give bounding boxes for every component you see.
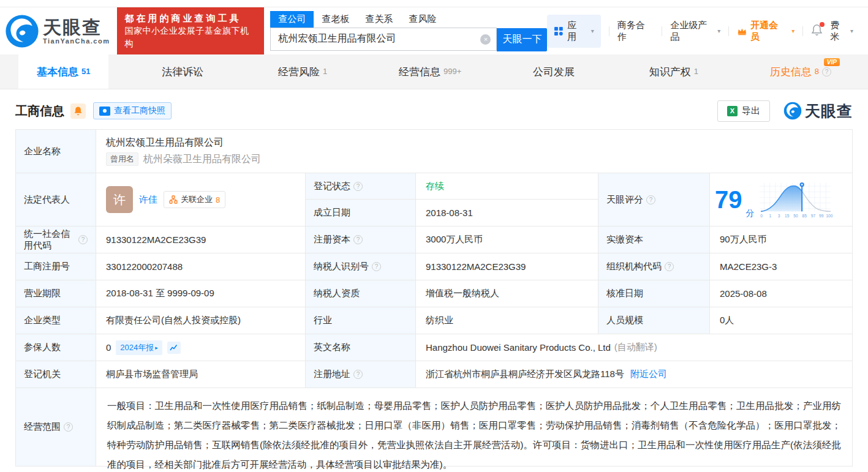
crown-icon [737,27,747,36]
svg-text:1: 1 [769,214,771,218]
search-input[interactable] [270,28,497,51]
registered-address: 浙江省杭州市桐庐县桐庐经济开发区凤龙路118号 [426,369,624,380]
field-label-insured-count: 参保人数 [16,334,96,361]
insured-trend-chart-button[interactable] [167,342,181,354]
search-button[interactable]: 天眼一下 [497,28,547,51]
field-value-tyc-score[interactable]: 79 分 0 1 3 [709,173,852,226]
field-value-registration-authority: 桐庐县市场监督管理局 [96,361,305,388]
help-icon[interactable]: ? [372,262,381,271]
field-value-approval-date: 2025-08-08 [709,280,852,307]
annual-report-link[interactable]: 2024年报 ▸ [116,340,162,355]
field-value-staff-size: 0人 [709,307,852,334]
help-icon[interactable]: ? [353,235,363,244]
legal-rep-name-link[interactable]: 许佳 [139,194,157,206]
open-vip-button[interactable]: 开通会员 ▾ [737,20,794,43]
line-chart-icon [170,344,178,351]
search-tab-risk[interactable]: 查风险 [401,11,444,28]
camera-icon [99,107,110,116]
watermark-brand: 天眼查 [805,101,853,121]
related-companies-badge[interactable]: 关联企业 8 [164,191,225,208]
help-icon[interactable]: ? [78,235,88,244]
annual-report-label: 2024年报 [120,342,154,353]
tab-history-info[interactable]: VIP 历史信息 8 ? [752,54,850,89]
label-text: 纳税人资质 [314,288,360,299]
tab-business-risk[interactable]: 经营风险 1 [260,54,345,89]
view-business-snapshot-button[interactable]: 查看工商快照 [93,102,172,119]
chevron-down-icon: ▾ [591,28,594,34]
legal-rep-avatar[interactable]: 许 [106,186,133,213]
field-label-org-code: 组织机构代码 ? [598,253,709,280]
credit-code: 91330122MA2CE23G39 [106,234,206,245]
score-distribution-chart: 0 1 3 15 50 85 97 99 100 [758,180,833,219]
apps-menu-button[interactable]: 应用 ▾ [547,15,600,48]
svg-text:3: 3 [777,214,780,218]
user-menu[interactable]: 费米 ▾ [830,20,853,43]
notifications-bell-button[interactable] [811,24,823,38]
label-text: 注册地址 [314,369,350,380]
help-icon[interactable]: ? [353,370,363,379]
field-value-business-term: 2018-08-31 至 9999-09-09 [96,280,305,307]
export-button[interactable]: X 导出 [717,100,770,122]
search-tab-relation[interactable]: 查关系 [357,11,401,28]
registration-authority: 桐庐县市场监督管理局 [106,369,198,380]
tianyancha-watermark: 天眼查 [783,101,853,121]
staff-size: 0人 [720,315,734,326]
tab-company-development[interactable]: 公司发展 [515,54,596,89]
top-divider [0,0,868,7]
divider [728,26,729,36]
tab-label: 基本信息 [37,65,78,79]
search-block: 查公司 查老板 查关系 查风险 × 天眼一下 [270,11,547,51]
field-value-reg-status: 存续 [415,173,598,199]
snapshot-label: 查看工商快照 [114,105,165,116]
business-info-table: 企业名称 杭州宏领卫生用品有限公司 曾用名 杭州朵薇卫生用品有限公司 法定代表人… [15,129,853,466]
help-icon[interactable]: ? [646,195,655,204]
menu-business-cooperation[interactable]: 商务合作 [617,20,654,43]
tianyancha-logo[interactable]: 天眼查 TianYanCha.com [5,14,110,48]
field-value-reg-number: 330122000207488 [96,253,305,280]
help-icon[interactable]: ? [353,182,363,191]
svg-text:15: 15 [785,214,790,218]
tab-business-info[interactable]: 经营信息 999+ [380,54,480,89]
help-icon[interactable]: ? [64,422,73,432]
tab-legal-proceedings[interactable]: 法律诉讼 [143,54,225,89]
registered-capital: 3000万人民币 [426,234,483,245]
tianyancha-logo-icon [5,14,39,48]
tab-label: 经营信息 [399,65,440,79]
grid-apps-icon [554,26,564,36]
username-label: 费米 [830,20,848,43]
search-tab-company[interactable]: 查公司 [270,11,314,28]
help-icon[interactable]: ? [665,262,674,271]
label-text: 经营范围 [24,421,61,433]
field-label-reg-number: 工商注册号 [16,253,96,280]
former-name: 杭州朵薇卫生用品有限公司 [143,153,261,166]
tab-count: 1 [323,67,327,76]
business-term: 2018-08-31 至 9999-09-09 [106,288,214,299]
divider [802,26,803,36]
caret-right-icon: ▸ [155,345,158,351]
related-count: 8 [216,195,220,204]
search-tab-boss[interactable]: 查老板 [314,11,357,28]
tab-count: 8 [815,67,819,76]
svg-text:97: 97 [810,214,815,218]
help-icon[interactable]: ? [822,67,831,77]
nearby-companies-link[interactable]: 附近公司 [630,369,667,380]
tab-intellectual-property[interactable]: 知识产权 1 [631,54,717,89]
org-chart-icon [169,195,178,204]
field-label-legal-rep: 法定代表人 [16,173,96,226]
tab-label: 知识产权 [649,65,691,79]
chevron-down-icon: ▾ [850,28,853,34]
monitor-bell-button[interactable] [70,103,86,119]
field-value-taxpayer-quality: 增值税一般纳税人 [415,280,598,307]
field-value-org-code: MA2CE23G-3 [709,253,852,280]
slogan-banner: 都在用的商业查询工具 国家中小企业发展子基金旗下机构 [117,7,264,54]
tab-basic-info[interactable]: 基本信息 51 [18,54,108,89]
company-type: 有限责任公司(自然人投资或控股) [106,315,241,326]
chevron-down-icon: ▾ [717,28,720,34]
field-label-registration-authority: 登记机关 [16,361,96,388]
label-text: 统一社会信用代码 [24,228,75,252]
clear-search-icon[interactable]: × [480,34,491,45]
svg-text:99: 99 [819,214,824,218]
tab-label: 经营风险 [278,65,320,79]
menu-enterprise-products[interactable]: 企业级产品 ▾ [670,20,720,43]
header-menu: 应用 ▾ 商务合作 企业级产品 ▾ 开通会员 ▾ 费米 [547,15,853,48]
